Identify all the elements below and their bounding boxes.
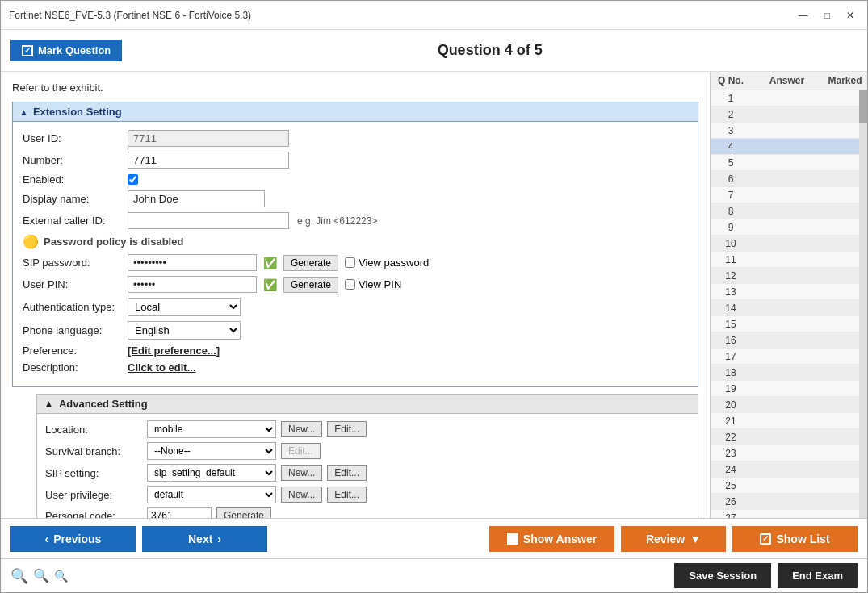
priv-new-button[interactable]: New... (281, 487, 322, 503)
window-title: Fortinet NSE6_FVE-5.3 (Fortinet NSE 6 - … (9, 10, 251, 21)
sidebar-row[interactable]: 2 (711, 106, 859, 123)
sidebar-row[interactable]: 10 (711, 236, 859, 252)
sidebar-row[interactable]: 14 (711, 300, 859, 316)
sidebar-row[interactable]: 12 (711, 268, 859, 284)
sidebar-row[interactable]: 3 (711, 123, 859, 139)
sidebar-cell-qno: 16 (711, 335, 751, 346)
location-new-button[interactable]: New... (281, 421, 322, 437)
exhibit-content: User ID: Number: Enabled: (13, 122, 698, 386)
sidebar-row[interactable]: 7 (711, 187, 859, 203)
sidebar-row[interactable]: 6 (711, 171, 859, 187)
sidebar-scrollbar-thumb[interactable] (859, 90, 867, 123)
next-button[interactable]: Next › (142, 526, 267, 552)
review-button[interactable]: Review ▼ (621, 526, 726, 552)
view-password-checkbox[interactable] (345, 257, 355, 268)
sidebar-row[interactable]: 4 (711, 139, 859, 155)
external-caller-input[interactable] (128, 212, 289, 229)
previous-button[interactable]: ‹ Previous (10, 526, 136, 552)
personal-generate-button[interactable]: Generate (216, 507, 271, 518)
display-name-label: Display name: (23, 193, 128, 205)
sidebar-row[interactable]: 27 (711, 510, 859, 518)
sidebar-row[interactable]: 22 (711, 429, 859, 445)
sidebar-row[interactable]: 25 (711, 478, 859, 494)
user-pin-input[interactable] (128, 276, 257, 293)
click-to-edit-link[interactable]: Click to edit... (128, 361, 196, 374)
view-pin-checkbox[interactable] (345, 279, 355, 290)
sip-setting-select[interactable]: sip_setting_default (147, 464, 276, 482)
zoom-reset-button[interactable]: 🔍 (33, 568, 49, 583)
sidebar-row[interactable]: 24 (711, 461, 859, 478)
location-label: Location: (45, 424, 142, 436)
bottom-bar: ‹ Previous Next › Show Answer Review ▼ ✓… (1, 518, 867, 558)
sidebar-row[interactable]: 5 (711, 155, 859, 171)
description-label: Description: (23, 361, 128, 374)
sidebar-row[interactable]: 20 (711, 397, 859, 413)
question-area: Refer to the exhibit. ▲ Extension Settin… (1, 72, 710, 518)
enabled-checkbox[interactable] (128, 174, 138, 185)
minimize-button[interactable]: — (794, 8, 813, 23)
sidebar-row[interactable]: 17 (711, 349, 859, 365)
exhibit-title: Extension Setting (33, 106, 122, 118)
sidebar-row[interactable]: 1 (711, 90, 859, 106)
sidebar-row[interactable]: 15 (711, 316, 859, 332)
location-select[interactable]: mobile (147, 420, 276, 438)
sidebar-row[interactable]: 11 (711, 252, 859, 268)
close-button[interactable]: ✕ (841, 8, 859, 23)
app-window: Fortinet NSE6_FVE-5.3 (Fortinet NSE 6 - … (0, 0, 868, 593)
window-controls: — □ ✕ (794, 8, 859, 23)
sidebar-col-marked: Marked (823, 75, 867, 86)
location-edit-button[interactable]: Edit... (327, 421, 367, 437)
show-answer-button[interactable]: Show Answer (489, 526, 614, 552)
display-name-input[interactable] (128, 190, 265, 207)
sidebar-cell-qno: 9 (711, 222, 751, 233)
survival-label: Survival branch: (45, 445, 142, 457)
survival-select[interactable]: --None-- (147, 442, 276, 460)
sidebar-row[interactable]: 19 (711, 381, 859, 397)
personal-code-row: Personal code: Generate (45, 507, 690, 518)
auth-type-select[interactable]: Local (128, 298, 241, 316)
survival-edit-button[interactable]: Edit... (281, 443, 321, 459)
sidebar-row[interactable]: 8 (711, 203, 859, 219)
phone-language-row: Phone language: English (23, 321, 688, 340)
end-exam-button[interactable]: End Exam (778, 563, 858, 588)
sidebar-row[interactable]: 21 (711, 413, 859, 429)
priv-edit-button[interactable]: Edit... (327, 487, 367, 503)
sip-password-input[interactable] (128, 254, 257, 271)
sidebar-row[interactable]: 16 (711, 332, 859, 349)
personal-code-input[interactable] (147, 507, 212, 518)
save-session-button[interactable]: Save Session (674, 563, 771, 588)
user-id-input[interactable] (128, 130, 289, 147)
edit-preference-link[interactable]: [Edit preference...] (128, 345, 220, 357)
mark-question-button[interactable]: ✓ Mark Question (10, 40, 122, 61)
zoom-in-button[interactable]: 🔍 (10, 567, 28, 585)
sidebar-cell-qno: 17 (711, 351, 751, 362)
location-row: Location: mobile New... Edit... (45, 420, 690, 438)
prev-arrow-icon: ‹ (45, 532, 49, 545)
maximize-button[interactable]: □ (820, 8, 835, 23)
zoom-out-button[interactable]: 🔍 (54, 570, 68, 583)
sidebar-cell-qno: 7 (711, 190, 751, 201)
sidebar-row[interactable]: 23 (711, 445, 859, 461)
sidebar-row[interactable]: 9 (711, 219, 859, 236)
sip-generate-button[interactable]: Generate (283, 255, 338, 271)
sip-edit-button[interactable]: Edit... (327, 465, 367, 481)
sidebar-row[interactable]: 13 (711, 284, 859, 300)
show-list-icon: ✓ (760, 533, 771, 545)
user-priv-select[interactable]: default (147, 486, 276, 503)
phone-language-select[interactable]: English (128, 321, 241, 340)
user-pin-label: User PIN: (23, 278, 128, 290)
exhibit-header: ▲ Extension Setting (13, 102, 698, 122)
main-content: Refer to the exhibit. ▲ Extension Settin… (1, 72, 867, 518)
sidebar-scrollbar[interactable] (859, 90, 867, 518)
sidebar-cell-qno: 4 (711, 141, 751, 152)
show-list-button[interactable]: ✓ Show List (732, 526, 858, 552)
enabled-row: Enabled: (23, 173, 688, 186)
sidebar-cell-qno: 22 (711, 432, 751, 443)
sidebar-col-qno: Q No. (711, 75, 751, 86)
sip-new-button[interactable]: New... (281, 465, 322, 481)
number-input[interactable] (128, 152, 289, 169)
sidebar-row[interactable]: 18 (711, 365, 859, 381)
sidebar-row[interactable]: 26 (711, 494, 859, 510)
user-priv-label: User privilege: (45, 489, 142, 501)
pin-generate-button[interactable]: Generate (283, 277, 338, 293)
